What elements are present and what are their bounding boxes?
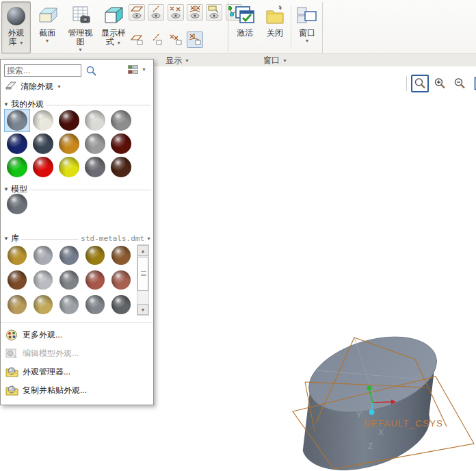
display-style-button[interactable]: 显示样 式 ▼: [98, 1, 129, 53]
point-tag-icon: [168, 32, 183, 47]
repaint-button[interactable]: [472, 75, 476, 92]
folder-sphere-icon: [5, 385, 18, 396]
dropdown-caret-icon: ▼: [78, 47, 83, 52]
annotation-display-toggle[interactable]: [206, 4, 222, 21]
plane-display-toggle[interactable]: [129, 4, 145, 21]
group-caret-icon: ▼: [282, 58, 287, 63]
view-mode-icon[interactable]: [128, 65, 138, 74]
lib-swatch-dark-gray-metal[interactable]: [108, 292, 134, 317]
manage-views-icon: [69, 5, 92, 27]
menu-item-more-appearances[interactable]: 更多外观...: [1, 326, 153, 344]
lib-swatch-copper-brown[interactable]: [4, 268, 30, 292]
csys-y-handle: [367, 385, 371, 390]
section-icon: [36, 5, 59, 27]
my-swatch-dark-brown[interactable]: [108, 155, 134, 179]
my-swatch-dark-maroon[interactable]: [56, 109, 82, 132]
zoom-out-button[interactable]: [451, 75, 468, 92]
lib-swatch-light-gray-metal[interactable]: [56, 292, 82, 317]
my-swatch-dark-blue[interactable]: [4, 132, 30, 155]
zoom-in-button[interactable]: [431, 75, 449, 92]
search-icon: [85, 65, 97, 79]
my-swatch-gray-blue[interactable]: [4, 109, 30, 132]
close-icon: [263, 5, 287, 27]
menu-item-appearance-manager[interactable]: 外观管理器...: [1, 363, 153, 381]
lib-swatch-steel-blue[interactable]: [56, 243, 82, 268]
library-scrollbar[interactable]: ▲ ▼: [137, 244, 149, 316]
lib-swatch-rose-copper[interactable]: [108, 268, 134, 292]
lib-swatch-dark-gold[interactable]: [82, 243, 108, 268]
lib-swatch-gray-metal[interactable]: [56, 268, 82, 292]
collapse-caret-icon: ▼: [3, 101, 9, 107]
csys-display-icon: [187, 5, 202, 20]
eraser-icon: [5, 81, 17, 92]
zoom-region-icon: [413, 77, 427, 90]
my-swatch-dark-red[interactable]: [108, 132, 134, 155]
close-button[interactable]: 关闭: [261, 1, 289, 53]
search-input[interactable]: [4, 64, 81, 77]
plane-tag-icon: [129, 32, 144, 47]
point-display-toggle[interactable]: [168, 4, 184, 21]
csys-tag-toggle[interactable]: [187, 31, 203, 48]
my-swatch-silver[interactable]: [82, 132, 108, 155]
axis-display-icon: [148, 5, 163, 20]
lib-swatch-pale-gold[interactable]: [30, 292, 56, 317]
model-appearances-grid: [4, 192, 137, 216]
window-button[interactable]: 窗口 ▼: [293, 1, 321, 53]
axis-display-toggle[interactable]: [148, 4, 164, 21]
dropdown-caret-icon: ▼: [19, 40, 24, 45]
my-swatch-green[interactable]: [4, 155, 30, 179]
datum-tag-toggles: [129, 31, 204, 48]
group-label-window[interactable]: 窗口 ▼: [228, 55, 322, 66]
edit-appearance-icon: [5, 348, 18, 359]
library-caret-icon[interactable]: ▼: [146, 236, 151, 241]
viewport-toolbar: [406, 74, 476, 93]
lib-swatch-gold[interactable]: [4, 243, 30, 268]
view-mode-caret-icon[interactable]: ▼: [142, 67, 146, 72]
appearance-gallery-button[interactable]: 外观 库 ▼: [1, 1, 31, 53]
lib-swatch-mid-gray-metal[interactable]: [82, 292, 108, 317]
activate-button[interactable]: 激活: [230, 1, 259, 53]
toolbar-separator: [406, 76, 407, 91]
palette-icon: [5, 329, 18, 341]
manage-views-button[interactable]: 管理视图 ▼: [64, 1, 97, 53]
zoom-in-icon: [433, 77, 447, 90]
my-swatch-red[interactable]: [30, 155, 56, 179]
lib-swatch-red-copper[interactable]: [82, 268, 108, 292]
plane-tag-toggle[interactable]: [129, 31, 145, 48]
axis-label-y: Y: [356, 410, 362, 420]
my-swatch-white[interactable]: [30, 109, 56, 132]
3d-viewport-scene[interactable]: Y X Z DEFAULT_CSYS: [274, 322, 476, 471]
section-button[interactable]: 截面 ▼: [32, 1, 62, 53]
csys-tag-icon: [187, 32, 202, 47]
application-window: { "colors": { "accent_blue": "#2e5e9e", …: [0, 0, 476, 471]
lib-swatch-tan-gold[interactable]: [4, 292, 30, 317]
menu-item-copy-paste-appearance[interactable]: 复制并粘贴外观...: [1, 381, 153, 400]
csys-z-handle: [369, 409, 375, 415]
clear-caret-icon: ▼: [57, 84, 62, 89]
my-swatch-gray[interactable]: [108, 109, 134, 132]
my-swatch-yellow[interactable]: [56, 155, 82, 179]
my-swatch-amber-gold[interactable]: [56, 132, 82, 155]
plane-display-icon: [129, 5, 144, 20]
axis-tag-icon: [148, 32, 163, 47]
lib-swatch-light-silver[interactable]: [30, 268, 56, 292]
scroll-down-button[interactable]: ▼: [137, 304, 148, 315]
model-swatch-model-gray[interactable]: [4, 192, 30, 216]
csys-display-toggle[interactable]: [187, 4, 203, 21]
scrollbar-thumb[interactable]: [137, 257, 148, 291]
axis-tag-toggle[interactable]: [148, 31, 164, 48]
window-icon: [295, 5, 319, 27]
my-swatch-slate-texture[interactable]: [30, 132, 56, 155]
lib-swatch-bronze[interactable]: [108, 243, 134, 268]
menu-item-edit-model-appearance: 编辑模型外观...: [1, 344, 153, 363]
group-caret-icon: ▼: [185, 58, 189, 63]
clear-appearance-button[interactable]: 清除外观 ▼: [5, 79, 62, 93]
lib-swatch-silver[interactable]: [30, 243, 56, 268]
my-swatch-marble-gray[interactable]: [82, 155, 108, 179]
library-file-name[interactable]: std-metals.dmt: [81, 234, 144, 243]
scroll-up-button[interactable]: ▲: [137, 245, 148, 256]
my-swatch-light-gray[interactable]: [82, 109, 108, 132]
zoom-region-button[interactable]: [411, 75, 429, 92]
datum-display-toggles: [129, 4, 243, 21]
point-tag-toggle[interactable]: [168, 31, 184, 48]
